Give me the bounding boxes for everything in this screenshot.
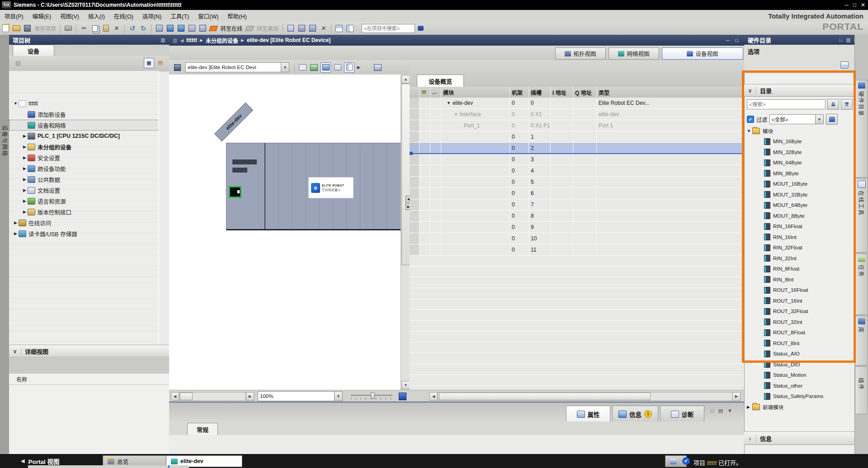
network-view-button[interactable]: 网络视图 (609, 47, 659, 60)
tree-item[interactable]: ▶ 文档设置 (9, 185, 159, 196)
more-tools-icon[interactable]: ▶ (357, 65, 360, 70)
portal-view-button[interactable]: Portal 视图 (28, 457, 59, 466)
col-rack[interactable]: 机架 (510, 87, 529, 98)
open-project-icon[interactable] (12, 24, 21, 33)
tab-devices[interactable]: 设备 (13, 45, 54, 56)
download-icon[interactable] (165, 24, 175, 33)
catalog-module-item[interactable]: Status_SafetyParams (744, 391, 854, 402)
side-tab[interactable]: 插件 (855, 366, 868, 414)
breadcrumb-part[interactable]: ▶ (241, 38, 244, 42)
filter-checkbox[interactable]: ✔ (747, 116, 754, 123)
grid-toggle-icon[interactable] (333, 63, 342, 72)
tree-sort-icon[interactable]: ▤ (156, 58, 165, 67)
canvas-vscrollbar[interactable]: ▲ ▼ (401, 75, 410, 390)
catalog-module-item[interactable]: ROUT_8Int (744, 338, 854, 349)
catalog-module-item[interactable]: ROUT_16Float (744, 285, 854, 296)
table-row[interactable]: ▼Interface 0 0 X1 elite-dev (410, 109, 744, 120)
devices-networks-vertical-tab[interactable]: 设备与网络 (1, 125, 9, 157)
fit-to-view-icon[interactable] (398, 392, 407, 401)
maximize-icon[interactable]: □ (853, 2, 856, 8)
profile-icon[interactable] (826, 114, 838, 125)
catalog-module-item[interactable]: MIN_16Byte (744, 136, 854, 147)
folder-caret-icon[interactable]: ▼ (747, 129, 752, 133)
catalog-module-item[interactable]: ROUT_16Int (744, 295, 854, 306)
search-binoculars-icon[interactable] (416, 24, 425, 33)
portal-back-icon[interactable]: ◀ (21, 458, 24, 464)
menu-item[interactable]: 项目(P) (0, 12, 28, 20)
device-select-icon[interactable] (173, 63, 182, 72)
ethernet-port-icon[interactable] (229, 186, 241, 198)
back-icon[interactable]: ◀ (180, 38, 184, 43)
breadcrumb-part[interactable]: elite-dev [Elite Robot EC Device] (247, 37, 330, 43)
hscroll-left-icon[interactable]: ◀ (171, 392, 179, 401)
catalog-module-item[interactable]: Status_DIO (744, 359, 854, 370)
ov-scroll-right-icon[interactable]: ▶ (732, 392, 741, 401)
catalog-folder-frontend[interactable]: ▶ 前端模块 (744, 402, 854, 412)
diagnostics-icon[interactable] (286, 24, 295, 33)
catalog-module-item[interactable]: MIN_32Byte (744, 147, 854, 158)
inspector-collapse-icon[interactable]: ▼ (727, 408, 732, 414)
expand-arrow-icon[interactable]: ▶ (22, 199, 28, 203)
detail-view-header[interactable]: ∨ 详细视图 (9, 345, 169, 357)
menu-item[interactable]: 在线(O) (109, 12, 138, 20)
editor-minimize-icon[interactable]: ─ (726, 37, 730, 43)
catalog-module-item[interactable]: MOUT_64Byte (744, 200, 854, 211)
scroll-down-icon[interactable]: ▼ (401, 381, 410, 389)
table-row[interactable]: Port_1 0 0 X1 P1 Port 1 (410, 120, 744, 131)
go-offline-label[interactable]: 转至离线 (257, 24, 278, 32)
table-row[interactable]: 0 3 (410, 154, 744, 165)
zoom-slider[interactable] (351, 392, 392, 401)
cut-icon[interactable]: ✂ (80, 24, 89, 33)
breadcrumb-part[interactable]: ▶ (200, 38, 203, 42)
go-online-label[interactable]: 转至在线 (221, 24, 242, 32)
split-vertical-icon[interactable] (345, 24, 354, 33)
start-runtime-icon[interactable] (198, 24, 207, 33)
side-tab[interactable]: 在线工具 (855, 178, 868, 253)
expand-arrow-icon[interactable]: ▶ (22, 145, 28, 149)
catalog-module-item[interactable]: Status_other (744, 380, 854, 391)
overview-hscrollbar[interactable]: ◀ ▶ (410, 390, 744, 402)
collapse-editor-icon[interactable]: ▥ (173, 37, 177, 43)
edit-mode-icon[interactable] (321, 62, 331, 73)
menu-item[interactable]: 选项(N) (138, 12, 166, 20)
tab-properties[interactable]: 属性 (566, 406, 610, 422)
copy-icon[interactable] (90, 24, 99, 33)
device-graphic[interactable]: e ELITE ROBOT艾利特机器人 (226, 143, 401, 230)
column-view-icon[interactable] (344, 62, 354, 73)
menu-item[interactable]: 帮助(H) (223, 12, 251, 20)
catalog-module-item[interactable]: ROUT_32Int (744, 317, 854, 328)
catalog-window-icon[interactable] (840, 60, 849, 70)
ov-scroll-left-icon[interactable]: ◀ (429, 392, 438, 401)
catalog-module-item[interactable]: MIN_8Byte (744, 168, 854, 179)
compile-icon[interactable] (155, 24, 164, 33)
expand-arrow-icon[interactable]: ▶ (22, 166, 28, 171)
side-tab[interactable]: 任务 (855, 253, 868, 315)
window-settings-icon[interactable] (373, 63, 382, 72)
zoom-dropdown-icon[interactable]: ▼ (334, 392, 342, 401)
catalog-module-item[interactable]: RIN_8Int (744, 274, 854, 285)
tree-item[interactable]: ▶ 安全设置 (9, 152, 159, 163)
editor-float-icon[interactable]: □ (735, 37, 738, 43)
scroll-up-icon[interactable]: ▲ (401, 75, 410, 84)
catalog-module-item[interactable]: RIN_16Float (744, 221, 854, 232)
minimize-icon[interactable]: ─ (844, 2, 849, 8)
catalog-section-header[interactable]: ∨ 目录 (744, 84, 854, 97)
upload-icon[interactable] (176, 24, 185, 33)
side-tab[interactable]: 硬件目录 (855, 80, 868, 178)
catalog-module-item[interactable]: Status_AIO (744, 349, 854, 360)
catalog-module-item[interactable]: MIN_64Byte (744, 158, 854, 168)
vscroll-thumb[interactable] (401, 84, 410, 265)
table-row[interactable]: ▼elite-dev 0 0 Elite Robot EC Dev... (410, 98, 744, 109)
pin-panel-icon[interactable]: ▥ (160, 37, 165, 43)
table-row[interactable]: 0 9 (410, 222, 744, 233)
catalog-module-item[interactable]: MOUT_16Byte (744, 179, 854, 190)
search-down-icon[interactable]: ⇊ (827, 99, 839, 110)
tree-item[interactable]: ▼ tttttt (9, 98, 159, 109)
split-horizontal-icon[interactable] (335, 24, 344, 33)
table-row[interactable]: 0 6 (410, 188, 744, 199)
delete-icon[interactable]: ✕ (112, 24, 121, 33)
redo-icon[interactable]: ↻ (139, 24, 148, 33)
expand-arrow-icon[interactable]: ▶ (22, 210, 28, 214)
tree-item[interactable]: ▶ 公共数据 (9, 174, 159, 185)
catalog-module-item[interactable]: ROUT_32Float (744, 306, 854, 317)
